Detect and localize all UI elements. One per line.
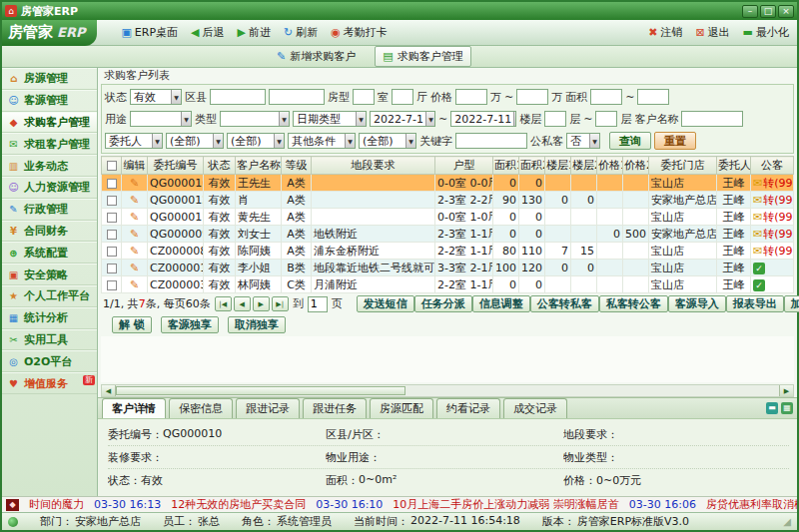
sidebar-item-hr[interactable]: ☺人力资源管理 bbox=[2, 177, 97, 199]
floor-from-input[interactable] bbox=[544, 111, 566, 127]
action-button[interactable]: 加 锁 bbox=[784, 295, 799, 312]
sidebar-item-vip[interactable]: ♥增值服务新 bbox=[2, 372, 97, 394]
reset-button[interactable]: 重置 bbox=[654, 132, 696, 150]
all-select-2[interactable]: (全部)▼ bbox=[227, 133, 285, 149]
district-input-2[interactable] bbox=[269, 89, 325, 105]
agent-select[interactable]: 委托人▼ bbox=[105, 133, 163, 149]
row-checkbox[interactable] bbox=[107, 280, 117, 290]
area-from-input[interactable] bbox=[590, 89, 622, 105]
collapse-panel-icon[interactable]: ▬ bbox=[766, 402, 778, 414]
area-to-input[interactable] bbox=[637, 89, 669, 105]
first-page-button[interactable]: |◀ bbox=[215, 296, 232, 311]
room-input[interactable] bbox=[353, 89, 375, 105]
sidebar-item-config[interactable]: ⊕系统配置 bbox=[2, 242, 97, 264]
date-from-select[interactable]: 2022-7-1▼ bbox=[370, 111, 435, 127]
type-select[interactable]: ▼ bbox=[220, 111, 290, 127]
sidebar-item-rent-customers[interactable]: ✉求租客户管理 bbox=[2, 133, 97, 155]
datetype-select[interactable]: 日期类型▼ bbox=[293, 111, 367, 127]
table-row[interactable]: ✎QG000010有效王先生A类0-0室 0-0厅00宝山店王峰✉转(99天) bbox=[102, 175, 794, 192]
table-row[interactable]: ✎QG000009有效刘女士A类地铁附近2-3室 1-1厅000500安家地产总… bbox=[102, 226, 794, 243]
action-button[interactable]: 解 锁 bbox=[112, 316, 152, 333]
edit-icon[interactable]: ✎ bbox=[130, 262, 139, 274]
toolbar-erp-desktop-button[interactable]: ▣ERP桌面 bbox=[121, 25, 178, 40]
scroll-left-icon[interactable]: ◀ bbox=[102, 385, 116, 396]
row-checkbox[interactable] bbox=[107, 196, 117, 206]
row-checkbox[interactable] bbox=[107, 247, 117, 257]
sidebar-item-admin[interactable]: ✎行政管理 bbox=[2, 199, 97, 221]
detail-tab-2[interactable]: 跟进记录 bbox=[236, 398, 300, 418]
hall-input[interactable] bbox=[392, 89, 413, 105]
edit-icon[interactable]: ✎ bbox=[130, 228, 139, 241]
district-input-1[interactable] bbox=[210, 89, 266, 105]
toolbar-minimize-button[interactable]: ▬最小化 bbox=[743, 25, 789, 40]
last-page-button[interactable]: ▶| bbox=[272, 296, 289, 311]
detail-tab-1[interactable]: 保密信息 bbox=[169, 398, 233, 418]
table-row[interactable]: ✎CZ000008有效陈阿姨A类浦东金桥附近2-2室 1-1厅80110715宝… bbox=[102, 243, 794, 260]
row-checkbox[interactable] bbox=[107, 230, 117, 240]
toolbar-exit-button[interactable]: ⊠退出 bbox=[695, 25, 729, 40]
goto-page-input[interactable] bbox=[308, 296, 328, 312]
horizontal-scrollbar[interactable]: ◀ ▶ bbox=[101, 384, 794, 397]
tab-new-buy-customer[interactable]: ✎新增求购客户 bbox=[270, 46, 363, 67]
price-from-input[interactable] bbox=[455, 89, 487, 105]
edit-icon[interactable]: ✎ bbox=[130, 194, 139, 207]
action-button[interactable]: 发送短信 bbox=[357, 295, 414, 312]
other-condition-select[interactable]: 其他条件▼ bbox=[288, 133, 356, 149]
next-page-button[interactable]: ▶ bbox=[253, 296, 270, 311]
search-button[interactable]: 查询 bbox=[609, 132, 651, 150]
window-close-button[interactable]: × bbox=[778, 5, 794, 18]
pubpriv-select[interactable]: 否▼ bbox=[566, 133, 600, 149]
edit-icon[interactable]: ✎ bbox=[130, 245, 139, 258]
scrollbar-track[interactable] bbox=[405, 385, 779, 396]
date-to-select[interactable]: 2022-7-11▼ bbox=[450, 111, 516, 127]
edit-icon[interactable]: ✎ bbox=[130, 278, 139, 291]
detail-tab-3[interactable]: 跟进任务 bbox=[303, 398, 367, 418]
sidebar-item-finance[interactable]: ¥合同财务 bbox=[2, 221, 97, 243]
detail-tab-5[interactable]: 约看记录 bbox=[436, 398, 500, 418]
floor-to-input[interactable] bbox=[595, 111, 617, 127]
window-maximize-button[interactable]: □ bbox=[760, 5, 776, 18]
sidebar-item-housing[interactable]: ⌂房源管理 bbox=[2, 68, 97, 90]
prev-page-button[interactable]: ◀ bbox=[234, 296, 251, 311]
price-to-input[interactable] bbox=[516, 89, 548, 105]
sidebar-item-o2o[interactable]: ◎O2O平台 bbox=[2, 350, 97, 372]
row-checkbox[interactable] bbox=[107, 179, 117, 189]
detail-tab-0[interactable]: 客户详情 bbox=[102, 398, 166, 418]
action-button[interactable]: 报表导出 bbox=[726, 295, 784, 312]
action-button[interactable]: 公客转私客 bbox=[530, 295, 599, 312]
tab-buy-customer-mgmt[interactable]: ▤求购客户管理 bbox=[375, 46, 470, 67]
toolbar-back-button[interactable]: ◀后退 bbox=[191, 25, 224, 40]
customer-name-input[interactable] bbox=[681, 111, 743, 127]
toolbar-logout-button[interactable]: ✖注销 bbox=[648, 25, 682, 40]
table-row[interactable]: ✎QG000011有效黄先生A类0-0室 1-0厅00宝山店王峰✉转(99天) bbox=[102, 209, 794, 226]
expand-panel-icon[interactable]: ▦ bbox=[781, 402, 793, 414]
sidebar-item-stats[interactable]: ▦统计分析 bbox=[2, 307, 97, 329]
sidebar-item-business[interactable]: ▥业务动态 bbox=[2, 155, 97, 177]
table-row[interactable]: ✎QG000012有效肖A类2-3室 2-2厅9013000安家地产总店王峰✉转… bbox=[102, 192, 794, 209]
toolbar-forward-button[interactable]: ▶前进 bbox=[238, 25, 271, 40]
status-select[interactable]: 有效▼ bbox=[130, 89, 182, 105]
action-button[interactable]: 客源导入 bbox=[668, 295, 726, 312]
action-button[interactable]: 私客转公客 bbox=[599, 295, 668, 312]
edit-icon[interactable]: ✎ bbox=[130, 177, 139, 190]
action-button[interactable]: 任务分派 bbox=[414, 295, 472, 312]
edit-icon[interactable]: ✎ bbox=[130, 211, 139, 224]
all-select-3[interactable]: (全部)▼ bbox=[359, 133, 416, 149]
table-row[interactable]: ✎CZ000003有效林阿姨C类月浦附近2-2室 1-1厅00宝山店王峰✓ bbox=[102, 276, 794, 293]
sidebar-item-workspace[interactable]: ★个人工作平台 bbox=[2, 285, 97, 307]
detail-tab-6[interactable]: 成交记录 bbox=[503, 398, 567, 418]
table-row[interactable]: ✎CZ000001有效李小姐B类地段靠近地铁二号线就可以3-3室 2-1厅100… bbox=[102, 260, 794, 276]
action-button[interactable]: 取消独享 bbox=[228, 316, 286, 333]
row-checkbox[interactable] bbox=[107, 264, 117, 273]
detail-tab-4[interactable]: 房源匹配 bbox=[370, 398, 433, 418]
sidebar-item-tools[interactable]: ✂实用工具 bbox=[2, 329, 97, 351]
action-button[interactable]: 客源独享 bbox=[161, 316, 219, 333]
all-select-1[interactable]: (全部)▼ bbox=[166, 133, 224, 149]
action-button[interactable]: 信息调整 bbox=[472, 295, 530, 312]
scroll-right-icon[interactable]: ▶ bbox=[779, 385, 793, 396]
news-ticker[interactable]: ◆ 时间的魔力03-30 16:1312种无效的房地产买卖合同03-30 16:… bbox=[2, 496, 797, 512]
select-all-checkbox[interactable] bbox=[107, 161, 117, 171]
sidebar-item-customers[interactable]: ☺客源管理 bbox=[2, 90, 97, 112]
toolbar-refresh-button[interactable]: ↻刷新 bbox=[284, 25, 318, 40]
keyword-input[interactable] bbox=[455, 133, 527, 149]
